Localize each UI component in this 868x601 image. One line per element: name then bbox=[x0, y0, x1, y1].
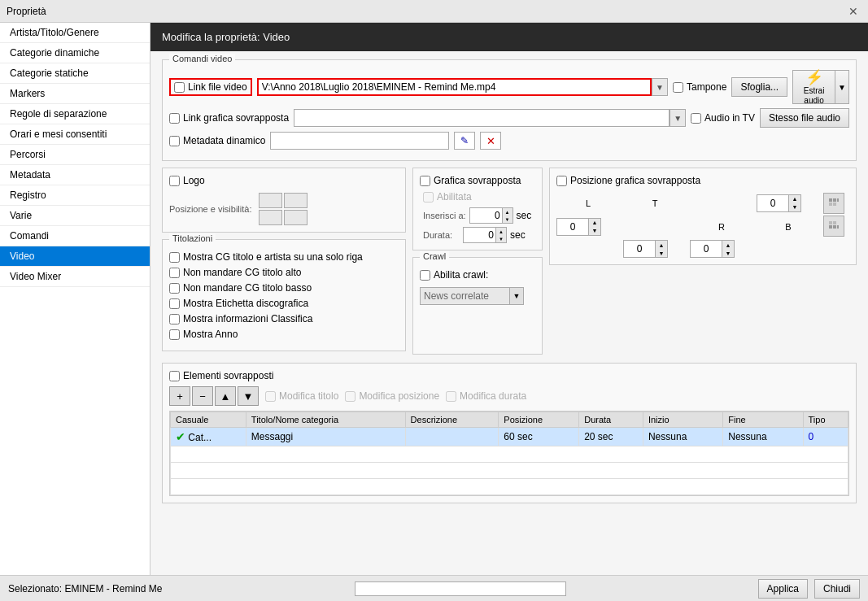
sidebar-item-markers[interactable]: Markers bbox=[0, 84, 150, 104]
logo-checkbox-label[interactable]: Logo bbox=[169, 175, 399, 186]
sidebar-item-varie[interactable]: Varie bbox=[0, 206, 150, 226]
l-up[interactable]: ▲ bbox=[789, 195, 800, 203]
tit-checkbox-5[interactable]: Mostra Anno bbox=[169, 329, 238, 340]
r-up[interactable]: ▲ bbox=[656, 241, 667, 249]
r-spinner[interactable]: ▲ ▼ bbox=[623, 240, 687, 258]
durata-down[interactable]: ▼ bbox=[496, 235, 506, 242]
link-grafica-checkbox[interactable] bbox=[169, 113, 180, 124]
sidebar-item-orari[interactable]: Orari e mesi consentiti bbox=[0, 124, 150, 145]
r-down[interactable]: ▼ bbox=[656, 249, 667, 257]
tit-checkbox-4[interactable]: Mostra informazioni Classifica bbox=[169, 313, 312, 324]
abilitata-checkbox[interactable] bbox=[423, 192, 434, 203]
tit-checkbox-1[interactable]: Non mandare CG titolo alto bbox=[169, 267, 301, 278]
tit-checkbox-0[interactable]: Mostra CG titolo e artista su una solo r… bbox=[169, 251, 363, 263]
metadata-edit-button[interactable]: ✎ bbox=[454, 132, 475, 150]
crawl-dropdown-arrow[interactable]: ▼ bbox=[509, 287, 524, 305]
inserisci-input[interactable] bbox=[469, 207, 502, 224]
sidebar-item-percorsi[interactable]: Percorsi bbox=[0, 145, 150, 165]
posizione-grafica-checkbox[interactable] bbox=[556, 176, 567, 186]
add-button[interactable]: + bbox=[169, 386, 190, 406]
t-down[interactable]: ▼ bbox=[589, 227, 600, 235]
b-spinner[interactable]: ▲ ▼ bbox=[690, 240, 753, 258]
logo-cell-tr[interactable] bbox=[284, 193, 308, 208]
abilitata-checkbox-label[interactable]: Abilitata bbox=[423, 191, 535, 203]
t-spinner[interactable]: ▲ ▼ bbox=[556, 218, 620, 236]
sidebar-item-video-mixer[interactable]: Video Mixer bbox=[0, 267, 150, 287]
stesso-file-audio-button[interactable]: Stesso file audio bbox=[760, 108, 849, 128]
grafica-sovrapposta-checkbox[interactable] bbox=[420, 176, 430, 186]
grafica-path-browse-btn[interactable]: ▼ bbox=[670, 109, 686, 127]
grafica-sovrapposta-group: Grafica sovrapposta Abilitata Inserisci … bbox=[412, 168, 543, 250]
file-path-browse-btn[interactable]: ▼ bbox=[652, 78, 668, 96]
l-down[interactable]: ▼ bbox=[789, 203, 800, 211]
tit-checkbox-3[interactable]: Mostra Etichetta discografica bbox=[169, 298, 308, 309]
durata-up[interactable]: ▲ bbox=[496, 228, 506, 235]
remove-button[interactable]: − bbox=[192, 386, 213, 406]
tampone-checkbox[interactable] bbox=[673, 82, 683, 93]
l-input[interactable] bbox=[757, 194, 789, 212]
grafica-sovrapposta-checkbox-label[interactable]: Grafica sovrapposta bbox=[420, 175, 535, 186]
sidebar-item-metadata[interactable]: Metadata bbox=[0, 165, 150, 185]
sidebar-item-comandi[interactable]: Comandi bbox=[0, 226, 150, 246]
t-up[interactable]: ▲ bbox=[589, 219, 600, 227]
logo-cell-tl[interactable] bbox=[259, 193, 282, 208]
inserisci-up[interactable]: ▲ bbox=[503, 208, 513, 216]
chiudi-button[interactable]: Chiudi bbox=[814, 579, 860, 599]
move-down-button[interactable]: ▼ bbox=[238, 386, 259, 406]
estrai-audio-arrow[interactable]: ▼ bbox=[835, 70, 849, 104]
metadata-checkbox[interactable] bbox=[169, 136, 180, 146]
posizione-grafica-checkbox-label[interactable]: Posizione grafica sovrapposta bbox=[556, 175, 849, 186]
sidebar-item-categorie-stat[interactable]: Categorie statiche bbox=[0, 63, 150, 84]
link-grafica-checkbox-label[interactable]: Link grafica sovrapposta bbox=[169, 112, 289, 124]
inserisci-down[interactable]: ▼ bbox=[503, 216, 513, 223]
logo-cell-br[interactable] bbox=[284, 210, 308, 225]
table-row[interactable]: ✔ Cat... Messaggi 60 sec 20 sec Nessuna … bbox=[171, 428, 848, 446]
abilita-crawl-checkbox[interactable] bbox=[420, 270, 430, 281]
estrai-audio-button[interactable]: ⚡ Estraiaudio bbox=[792, 70, 835, 104]
grid-icon-top[interactable] bbox=[823, 193, 844, 214]
link-file-video-checkbox[interactable] bbox=[174, 82, 185, 93]
l-spinner[interactable]: ▲ ▼ bbox=[757, 194, 820, 212]
file-path-input[interactable] bbox=[257, 78, 652, 96]
sidebar-item-categorie-din[interactable]: Categorie dinamiche bbox=[0, 43, 150, 63]
crawl-dropdown-input[interactable] bbox=[420, 287, 509, 305]
abilita-crawl-checkbox-label[interactable]: Abilita crawl: bbox=[420, 269, 535, 281]
t-input[interactable] bbox=[556, 218, 589, 236]
elementi-checkbox-label[interactable]: Elementi sovrapposti bbox=[169, 370, 273, 381]
close-button[interactable]: ✕ bbox=[845, 5, 861, 18]
tit-item-2: Non mandare CG titolo basso bbox=[169, 282, 399, 294]
modifica-durata-checkbox-label[interactable]: Modifica durata bbox=[446, 390, 526, 402]
tit-checkbox-2[interactable]: Non mandare CG titolo basso bbox=[169, 282, 312, 294]
metadata-delete-button[interactable]: ✕ bbox=[480, 132, 501, 150]
modifica-titolo-checkbox-label[interactable]: Modifica titolo bbox=[265, 390, 338, 402]
modifica-durata-checkbox[interactable] bbox=[446, 391, 456, 402]
grafica-path-input[interactable] bbox=[294, 109, 670, 127]
inserisci-spinner[interactable]: ▲ ▼ bbox=[469, 207, 513, 224]
b-input[interactable] bbox=[690, 240, 722, 258]
logo-cell-bl[interactable] bbox=[259, 210, 282, 225]
sidebar-item-video[interactable]: Video bbox=[0, 246, 150, 267]
modifica-titolo-checkbox[interactable] bbox=[265, 391, 276, 402]
modifica-posizione-checkbox-label[interactable]: Modifica posizione bbox=[345, 390, 439, 402]
modifica-posizione-checkbox[interactable] bbox=[345, 391, 355, 402]
sidebar-item-artista[interactable]: Artista/Titolo/Genere bbox=[0, 23, 150, 43]
logo-checkbox[interactable] bbox=[169, 176, 180, 186]
durata-input[interactable] bbox=[463, 227, 495, 243]
elementi-checkbox[interactable] bbox=[169, 371, 180, 381]
b-down[interactable]: ▼ bbox=[722, 249, 734, 257]
audio-in-tv-checkbox[interactable] bbox=[691, 113, 701, 124]
durata-spinner[interactable]: ▲ ▼ bbox=[463, 227, 507, 243]
r-input[interactable] bbox=[623, 240, 656, 258]
link-file-video-checkbox-label[interactable]: Link file video bbox=[169, 78, 252, 96]
sidebar-item-registro[interactable]: Registro bbox=[0, 185, 150, 206]
tampone-checkbox-label[interactable]: Tampone bbox=[673, 81, 726, 93]
metadata-input[interactable] bbox=[270, 132, 449, 150]
metadata-checkbox-label[interactable]: Metadata dinamico bbox=[169, 135, 265, 146]
applica-button[interactable]: Applica bbox=[758, 579, 808, 599]
sfoglia-button[interactable]: Sfoglia... bbox=[731, 77, 787, 97]
b-up[interactable]: ▲ bbox=[722, 241, 734, 249]
grid-icon-bottom[interactable] bbox=[823, 216, 844, 237]
move-up-button[interactable]: ▲ bbox=[215, 386, 236, 406]
audio-in-tv-checkbox-label[interactable]: Audio in TV bbox=[691, 112, 755, 124]
sidebar-item-regole[interactable]: Regole di separazione bbox=[0, 104, 150, 124]
